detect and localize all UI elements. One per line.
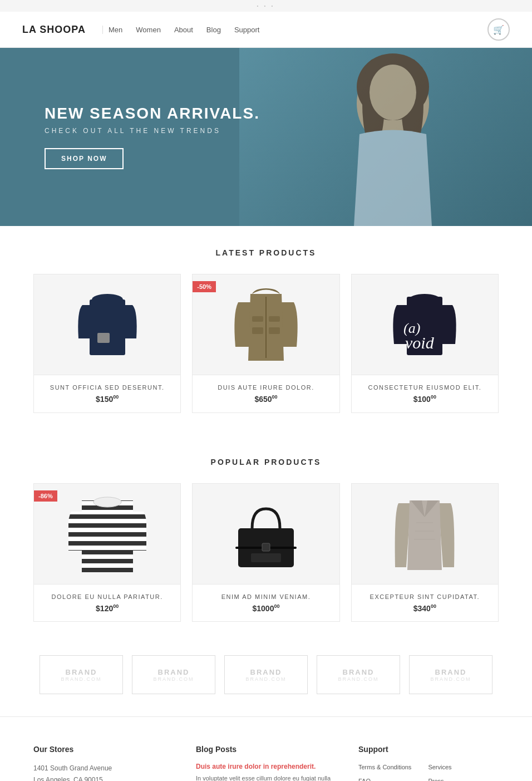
nav-about[interactable]: About <box>174 26 193 34</box>
svg-rect-13 <box>269 316 280 322</box>
svg-rect-22 <box>82 500 133 573</box>
brand-sub: brand.com <box>430 676 471 682</box>
support-col-1: Terms & Conditions FAQ Payment Refunds T… <box>358 763 411 781</box>
brands-section: BRAND brand.com BRAND brand.com BRAND br… <box>0 644 532 716</box>
logo[interactable]: LA SHOOPA <box>22 24 86 36</box>
product-price: $65000 <box>201 394 330 404</box>
support-link[interactable]: Services <box>428 763 458 772</box>
product-name: EXCEPTEUR SINT CUPIDATAT. <box>361 593 489 600</box>
brand-label: BRAND <box>343 668 375 676</box>
svg-rect-7 <box>90 299 125 355</box>
product-price: $100000 <box>201 603 330 613</box>
discount-badge: -50% <box>193 281 216 292</box>
svg-rect-10 <box>252 327 263 334</box>
cart-button[interactable]: 🛒 <box>487 18 510 41</box>
support-link[interactable]: FAQ <box>358 777 411 781</box>
svg-text:void: void <box>405 333 435 352</box>
brand-sub: brand.com <box>153 676 194 682</box>
product-card[interactable]: EXCEPTEUR SINT CUPIDATAT. $34000 <box>351 483 499 622</box>
brand-sub: brand.com <box>338 676 378 682</box>
product-info: SUNT OFFICIA SED DESERUNT. $15000 <box>34 375 180 412</box>
product-name: SUNT OFFICIA SED DESERUNT. <box>43 384 171 391</box>
footer: Our Stores 1401 South Grand Avenue Los A… <box>0 716 532 781</box>
product-image-area <box>193 484 339 584</box>
footer-address1: 1401 South Grand Avenue Los Angeles, CA … <box>33 763 174 781</box>
product-info: DOLORE EU NULLA PARIATUR. $12000 <box>34 584 180 622</box>
discount-badge: -86% <box>34 490 57 502</box>
product-image-area <box>352 484 498 584</box>
nav-women[interactable]: Women <box>136 26 161 34</box>
product-card[interactable]: SUNT OFFICIA SED DESERUNT. $15000 <box>33 274 181 413</box>
product-card[interactable]: -86% <box>33 483 181 622</box>
brand-box[interactable]: BRAND brand.com <box>409 655 492 694</box>
brand-sub: brand.com <box>245 676 286 682</box>
product-info: ENIM AD MINIM VENIAM. $100000 <box>193 584 339 622</box>
product-info: DUIS AUTE IRURE DOLOR. $65000 <box>193 375 339 412</box>
product-price: $15000 <box>43 394 171 404</box>
top-dots: • • • <box>0 0 532 12</box>
nav-support[interactable]: Support <box>234 26 260 34</box>
product-image-area <box>34 274 180 375</box>
blog-post-text: In voluptate velit esse cillum dolore eu… <box>196 774 336 781</box>
svg-rect-12 <box>252 316 263 322</box>
brand-box[interactable]: BRAND brand.com <box>132 655 215 694</box>
cart-icon: 🛒 <box>493 24 504 35</box>
blog-post-title[interactable]: Duis aute irure dolor in reprehenderit. <box>196 763 336 770</box>
hero-content: NEW SEASON ARRIVALS. CHECK OUT ALL THE N… <box>0 105 260 169</box>
hero-subtitle: CHECK OUT ALL THE NEW TRENDS <box>45 127 260 135</box>
footer-support-col: Support Terms & Conditions FAQ Payment R… <box>358 745 499 781</box>
support-link[interactable]: Press <box>428 777 458 781</box>
nav-men[interactable]: Men <box>109 26 122 34</box>
svg-rect-8 <box>97 333 110 343</box>
jacket-olive-image <box>233 286 299 364</box>
popular-products-title: POPULAR PRODUCTS <box>33 458 499 466</box>
brand-label: BRAND <box>66 668 97 676</box>
product-name: DOLORE EU NULLA PARIATUR. <box>43 593 171 600</box>
support-links: Terms & Conditions FAQ Payment Refunds T… <box>358 763 499 781</box>
product-info: CONSECTETUR EIUSMOD ELIT. $10000 <box>352 375 498 412</box>
latest-products-section: LATEST PRODUCTS SUNT OFFICIA <box>0 226 532 435</box>
product-price: $10000 <box>361 394 489 404</box>
product-info: EXCEPTEUR SINT CUPIDATAT. $34000 <box>352 584 498 622</box>
product-name: CONSECTETUR EIUSMOD ELIT. <box>361 384 489 391</box>
svg-rect-26 <box>262 543 270 551</box>
void-sweater-image: (a) void <box>391 288 458 361</box>
product-name: ENIM AD MINIM VENIAM. <box>201 593 330 600</box>
support-link[interactable]: Terms & Conditions <box>358 763 411 772</box>
hero-woman-illustration <box>287 48 499 226</box>
product-image-area: -86% <box>34 484 180 584</box>
product-name: DUIS AUTE IRURE DOLOR. <box>201 384 330 391</box>
shop-now-button[interactable]: SHOP NOW <box>45 148 124 169</box>
svg-rect-27 <box>251 553 281 562</box>
popular-products-section: POPULAR PRODUCTS -86% <box>0 435 532 645</box>
footer-blog-title: Blog Posts <box>196 745 336 754</box>
svg-rect-11 <box>269 327 280 334</box>
product-card[interactable]: (a) void CONSECTETUR EIUSMOD ELIT. $1000… <box>351 274 499 413</box>
svg-point-23 <box>93 497 121 507</box>
product-price: $12000 <box>43 603 171 613</box>
main-nav: Men Women About Blog Support <box>102 26 487 34</box>
brand-label: BRAND <box>158 668 190 676</box>
brand-sub: brand.com <box>61 676 101 682</box>
product-image-area: -50% <box>193 274 339 375</box>
brand-box[interactable]: BRAND brand.com <box>40 655 123 694</box>
brand-box[interactable]: BRAND brand.com <box>224 655 308 694</box>
svg-point-5 <box>370 65 416 120</box>
latest-products-title: LATEST PRODUCTS <box>33 248 499 257</box>
latest-products-grid: SUNT OFFICIA SED DESERUNT. $15000 -50% <box>33 274 499 413</box>
footer-support-title: Support <box>358 745 499 754</box>
popular-products-grid: -86% <box>33 483 499 622</box>
footer-stores-title: Our Stores <box>33 745 174 754</box>
header: LA SHOOPA Men Women About Blog Support 🛒 <box>0 12 532 48</box>
cardigan-gray-image <box>394 495 455 573</box>
nav-blog[interactable]: Blog <box>206 26 221 34</box>
footer-blog-col: Blog Posts Duis aute irure dolor in repr… <box>196 745 336 781</box>
product-card[interactable]: -50% <box>192 274 339 413</box>
hero-section: NEW SEASON ARRIVALS. CHECK OUT ALL THE N… <box>0 48 532 226</box>
brand-box[interactable]: BRAND brand.com <box>317 655 400 694</box>
support-col-2: Services Press Blog About Us Contact Us <box>428 763 458 781</box>
brand-label: BRAND <box>250 668 282 676</box>
product-card[interactable]: ENIM AD MINIM VENIAM. $100000 <box>192 483 339 622</box>
striped-top-image <box>68 492 146 576</box>
footer-stores-col: Our Stores 1401 South Grand Avenue Los A… <box>33 745 174 781</box>
